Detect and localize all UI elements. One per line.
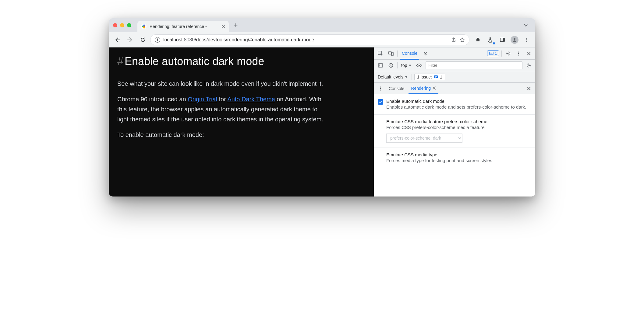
extension-icons bbox=[471, 34, 532, 45]
drawer-close-icon[interactable] bbox=[525, 85, 533, 92]
setting-title: Enable automatic dark mode bbox=[386, 99, 530, 104]
reload-button[interactable] bbox=[137, 34, 148, 45]
drawer-tab-rendering[interactable]: Rendering bbox=[409, 83, 438, 94]
svg-point-11 bbox=[518, 51, 519, 52]
tabs-dropdown-button[interactable] bbox=[521, 21, 531, 29]
url-port: :8080 bbox=[182, 37, 195, 42]
browser-window: Rendering: feature reference - + i local… bbox=[109, 18, 535, 197]
svg-point-20 bbox=[380, 88, 381, 89]
profile-button[interactable] bbox=[509, 34, 520, 45]
more-tabs-icon[interactable] bbox=[422, 50, 430, 57]
svg-point-12 bbox=[518, 53, 519, 54]
tab-title: Rendering: feature reference - bbox=[150, 24, 218, 29]
console-toolbar: top▼ bbox=[374, 60, 535, 71]
console-levels-row: Default levels▼ 1 Issue: 1 bbox=[374, 71, 535, 83]
url-path: /docs/devtools/rendering/#enable-automat… bbox=[195, 37, 314, 42]
prefers-color-scheme-select[interactable]: prefers-color-scheme: dark bbox=[386, 134, 462, 143]
close-window-button[interactable] bbox=[113, 23, 117, 27]
svg-point-5 bbox=[526, 41, 527, 42]
rendering-drawer: Enable automatic dark mode Enables autom… bbox=[374, 94, 535, 197]
chrome-menu-button[interactable] bbox=[521, 34, 532, 45]
page-heading-text: Enable automatic dark mode bbox=[125, 55, 264, 68]
devtools-close-icon[interactable] bbox=[525, 50, 533, 57]
svg-point-13 bbox=[518, 54, 519, 55]
close-tab-button[interactable] bbox=[221, 24, 226, 29]
setting-auto-dark-mode: Enable automatic dark mode Enables autom… bbox=[374, 94, 535, 115]
issues-badge[interactable]: 1 bbox=[487, 50, 499, 56]
setting-media-type: Emulate CSS media type Forces media type… bbox=[374, 148, 535, 168]
address-bar[interactable]: i localhost:8080/docs/devtools/rendering… bbox=[150, 34, 469, 45]
minimize-window-button[interactable] bbox=[120, 23, 124, 27]
window-controls bbox=[113, 18, 135, 32]
log-levels-selector[interactable]: Default levels▼ bbox=[377, 75, 409, 79]
svg-rect-9 bbox=[490, 52, 493, 55]
console-filter-input[interactable] bbox=[426, 61, 522, 69]
share-icon[interactable] bbox=[451, 37, 456, 43]
forward-button[interactable] bbox=[125, 34, 136, 45]
svg-point-21 bbox=[380, 89, 381, 90]
extensions-button[interactable] bbox=[472, 34, 483, 45]
labs-button[interactable] bbox=[485, 34, 496, 45]
svg-point-19 bbox=[380, 86, 381, 87]
maximize-window-button[interactable] bbox=[127, 23, 131, 27]
devtools-settings-icon[interactable] bbox=[504, 50, 512, 57]
setting-title: Emulate CSS media feature prefers-color-… bbox=[386, 119, 530, 124]
side-panel-button[interactable] bbox=[497, 34, 508, 45]
url-host: localhost bbox=[163, 37, 182, 42]
auto-dark-theme-link[interactable]: Auto Dark Theme bbox=[227, 96, 275, 103]
browser-tab[interactable]: Rendering: feature reference - bbox=[137, 21, 229, 32]
page-heading: #Enable automatic dark mode bbox=[117, 52, 365, 70]
svg-point-10 bbox=[508, 53, 509, 54]
drawer-menu-icon[interactable] bbox=[377, 85, 384, 92]
svg-rect-7 bbox=[388, 52, 391, 54]
bookmark-icon[interactable] bbox=[459, 37, 465, 43]
back-button[interactable] bbox=[112, 34, 123, 45]
setting-title: Emulate CSS media type bbox=[386, 152, 530, 157]
origin-trial-link[interactable]: Origin Trial bbox=[188, 96, 217, 103]
svg-point-17 bbox=[528, 64, 529, 66]
svg-point-3 bbox=[526, 37, 527, 38]
inspect-element-icon[interactable] bbox=[377, 50, 384, 57]
site-info-icon[interactable]: i bbox=[155, 37, 160, 43]
tab-strip: Rendering: feature reference - + bbox=[109, 18, 535, 32]
devtools-main-toolbar: Console 1 bbox=[374, 47, 535, 60]
heading-anchor-icon: # bbox=[117, 55, 123, 68]
svg-point-4 bbox=[526, 39, 527, 40]
setting-description: Enables automatic dark mode and sets pre… bbox=[386, 104, 530, 110]
browser-toolbar: i localhost:8080/docs/devtools/rendering… bbox=[109, 32, 535, 47]
new-tab-button[interactable]: + bbox=[231, 21, 240, 30]
content-area: #Enable automatic dark mode See what you… bbox=[109, 47, 535, 197]
svg-rect-8 bbox=[391, 52, 393, 56]
close-tab-icon[interactable] bbox=[433, 86, 436, 90]
webpage-viewport: #Enable automatic dark mode See what you… bbox=[109, 47, 374, 197]
drawer-tabbar: Console Rendering bbox=[374, 83, 535, 94]
message-icon bbox=[434, 75, 438, 79]
setting-prefers-color-scheme: Emulate CSS media feature prefers-color-… bbox=[374, 115, 535, 148]
auto-dark-mode-checkbox[interactable] bbox=[378, 99, 383, 105]
setting-description: Forces CSS prefers-color-scheme media fe… bbox=[386, 125, 530, 130]
clear-console-icon[interactable] bbox=[387, 61, 395, 69]
chrome-favicon-icon bbox=[141, 24, 147, 29]
svg-rect-1 bbox=[503, 38, 504, 42]
console-settings-icon[interactable] bbox=[525, 61, 533, 69]
live-expression-icon[interactable] bbox=[415, 61, 423, 69]
devtools-menu-icon[interactable] bbox=[515, 50, 522, 57]
svg-rect-18 bbox=[434, 75, 438, 78]
page-paragraph: To enable automatic dark mode: bbox=[117, 130, 324, 140]
devtools-tab-console[interactable]: Console bbox=[400, 48, 419, 60]
context-selector[interactable]: top▼ bbox=[400, 63, 413, 68]
url-text: localhost:8080/docs/devtools/rendering/#… bbox=[163, 37, 448, 43]
setting-description: Forces media type for testing print and … bbox=[386, 158, 530, 163]
drawer-tab-console[interactable]: Console bbox=[386, 83, 407, 94]
console-sidebar-toggle-icon[interactable] bbox=[377, 61, 384, 69]
svg-point-16 bbox=[419, 64, 420, 66]
devtools-panel: Console 1 bbox=[374, 47, 535, 197]
device-toolbar-icon[interactable] bbox=[387, 50, 395, 57]
page-paragraph: See what your site can look like in dark… bbox=[117, 79, 324, 89]
svg-point-2 bbox=[514, 38, 515, 40]
page-paragraph: Chrome 96 introduced an Origin Trial for… bbox=[117, 94, 324, 124]
issues-pill[interactable]: 1 Issue: 1 bbox=[414, 74, 445, 80]
